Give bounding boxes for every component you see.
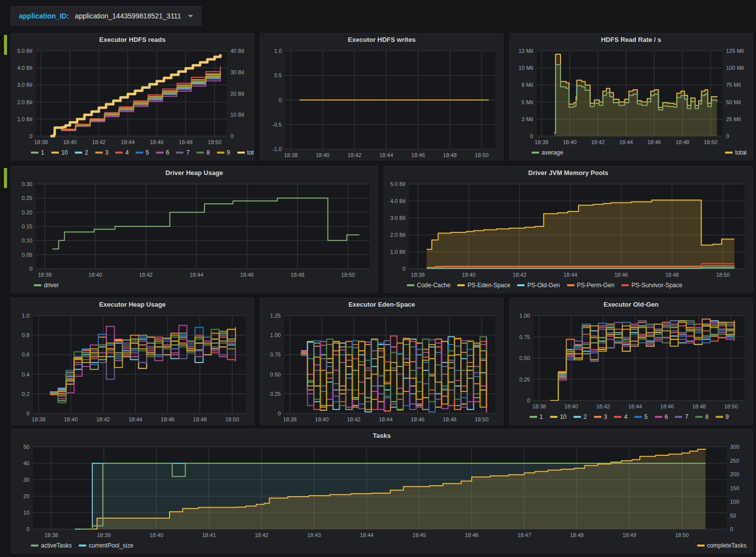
svg-text:0: 0: [278, 410, 281, 416]
legend-item-PS-Perm-Gen[interactable]: PS-Perm-Gen: [567, 282, 614, 289]
svg-text:18:47: 18:47: [518, 532, 532, 538]
legend-swatch: [716, 416, 723, 418]
legend-swatch: [594, 416, 601, 418]
svg-text:0: 0: [530, 133, 533, 139]
svg-text:3.0 Bil: 3.0 Bil: [17, 82, 32, 88]
legend-item-total[interactable]: total: [725, 149, 747, 156]
svg-text:18:40: 18:40: [563, 139, 577, 145]
svg-text:75 Mil: 75 Mil: [726, 82, 741, 88]
chart-driver-heap-usage[interactable]: 00.050.100.150.200.250.3018:3818:4018:42…: [11, 180, 378, 280]
svg-text:18:38: 18:38: [32, 416, 46, 422]
svg-text:18:42: 18:42: [139, 272, 153, 278]
panel-title[interactable]: Driver Heap Usage: [11, 167, 378, 180]
legend-item-9[interactable]: 9: [716, 413, 729, 420]
legend-item-10[interactable]: 10: [550, 413, 567, 420]
svg-text:1.00: 1.00: [270, 332, 281, 338]
legend-item-10[interactable]: 10: [51, 149, 68, 156]
legend-item-driver[interactable]: driver: [34, 282, 59, 289]
svg-text:18:48: 18:48: [443, 152, 457, 158]
svg-text:50: 50: [23, 444, 29, 450]
svg-text:18:48: 18:48: [665, 272, 679, 278]
chart-driver-jvm-memory-pools[interactable]: 01.0 Bil2.0 Bil3.0 Bil4.0 Bil5.0 Bil18:3…: [384, 180, 753, 280]
legend-item-6[interactable]: 6: [156, 149, 170, 156]
svg-text:18:38: 18:38: [283, 416, 297, 422]
svg-text:18:46: 18:46: [411, 152, 425, 158]
chart-executor-old-gen[interactable]: 00.250.500.751.0018:3818:4018:4218:4418:…: [510, 312, 753, 411]
svg-text:2.0 Bil: 2.0 Bil: [390, 232, 405, 238]
legend-item-3[interactable]: 3: [95, 149, 109, 156]
legend-item-PS-Eden-Space[interactable]: PS-Eden-Space: [457, 282, 510, 289]
legend-item-8[interactable]: 8: [695, 413, 709, 420]
svg-text:0: 0: [402, 266, 405, 272]
svg-text:18:44: 18:44: [379, 416, 393, 422]
panel-title[interactable]: Executor HDFS writes: [260, 33, 503, 47]
panel-title[interactable]: Executor HDFS reads: [11, 33, 254, 47]
chart-executor-eden-space[interactable]: 00.250.500.751.001.2518:3818:4018:4218:4…: [260, 312, 503, 424]
legend-item-completeTasks[interactable]: completeTasks: [697, 542, 747, 549]
panel-title[interactable]: Executor Eden-Space: [260, 298, 503, 312]
svg-text:0: 0: [29, 266, 32, 272]
legend-item-PS-Survivor-Space[interactable]: PS-Survivor-Space: [621, 282, 682, 289]
svg-text:18:38: 18:38: [535, 139, 549, 145]
legend-item-3[interactable]: 3: [594, 413, 607, 420]
svg-text:18:48: 18:48: [692, 403, 706, 409]
legend-item-average[interactable]: average: [532, 149, 563, 156]
legend-label: 10: [560, 413, 567, 420]
legend-item-currentPool_size[interactable]: currentPool_size: [79, 542, 133, 549]
legend-item-2[interactable]: 2: [75, 149, 88, 156]
svg-text:18:50: 18:50: [341, 272, 355, 278]
svg-text:18:42: 18:42: [513, 272, 527, 278]
legend-item-total[interactable]: total: [237, 149, 254, 156]
panel-title[interactable]: Tasks: [11, 429, 753, 443]
svg-text:18:46: 18:46: [240, 272, 254, 278]
panel-title[interactable]: HDFS Read Rate / s: [510, 33, 753, 47]
legend-item-1[interactable]: 1: [31, 149, 44, 156]
svg-text:20 Bil: 20 Bil: [230, 91, 244, 97]
svg-text:2.0 Bil: 2.0 Bil: [17, 99, 32, 105]
legend-label: 5: [644, 413, 648, 420]
legend-item-5[interactable]: 5: [136, 149, 149, 156]
legend-item-activeTasks[interactable]: activeTasks: [31, 542, 72, 549]
legend-item-Code-Cache[interactable]: Code-Cache: [407, 282, 450, 289]
svg-text:25 Mil: 25 Mil: [726, 116, 741, 122]
legend-item-7[interactable]: 7: [675, 413, 688, 420]
legend-item-4[interactable]: 4: [614, 413, 627, 420]
legend-item-8[interactable]: 8: [196, 149, 210, 156]
legend-item-1[interactable]: 1: [530, 413, 543, 420]
legend-item-5[interactable]: 5: [634, 413, 648, 420]
svg-text:18:45: 18:45: [412, 532, 426, 538]
chart-executor-hdfs-writes[interactable]: -1.0-0.500.51.018:3818:4018:4218:4418:46…: [260, 47, 503, 160]
panel-title[interactable]: Driver JVM Memory Pools: [384, 167, 753, 180]
legend-executor-old-gen: 11023456789: [510, 411, 753, 424]
panel-title[interactable]: Executor Old-Gen: [510, 298, 753, 312]
legend-swatch: [79, 545, 86, 547]
legend-label: activeTasks: [41, 542, 72, 549]
legend-item-PS-Old-Gen[interactable]: PS-Old-Gen: [517, 282, 560, 289]
chart-hdfs-read-rate[interactable]: 03 Mil5 Mil8 Mil10 Mil13 Mil025 Mil50 Mi…: [510, 47, 753, 147]
template-variable-selector[interactable]: application_ID: application_144359981852…: [10, 6, 201, 26]
chart-executor-heap-usage[interactable]: 00.20.40.60.81.018:3818:4018:4218:4418:4…: [11, 312, 254, 424]
svg-text:18:50: 18:50: [675, 532, 689, 538]
row-collapse-indicator-1[interactable]: [4, 35, 7, 55]
row-collapse-indicator-2[interactable]: [4, 168, 7, 188]
legend-item-9[interactable]: 9: [217, 149, 230, 156]
chart-tasks[interactable]: 0102030405005010015020025030018:3818:391…: [11, 443, 753, 540]
chevron-down-icon: [188, 15, 193, 17]
legend-item-6[interactable]: 6: [655, 413, 668, 420]
svg-text:4.0 Bil: 4.0 Bil: [390, 198, 405, 204]
svg-text:18:44: 18:44: [564, 272, 577, 278]
legend-swatch: [75, 152, 82, 154]
legend-item-7[interactable]: 7: [176, 149, 189, 156]
svg-text:0: 0: [230, 133, 233, 139]
svg-text:18:50: 18:50: [225, 416, 239, 422]
legend-item-4[interactable]: 4: [115, 149, 129, 156]
legend-driver-jvm-memory-pools: Code-CachePS-Eden-SpacePS-Old-GenPS-Perm…: [384, 280, 753, 293]
legend-item-2[interactable]: 2: [573, 413, 587, 420]
legend-label: total: [247, 149, 254, 156]
legend-tasks: activeTaskscurrentPool_sizecompleteTasks: [11, 540, 753, 553]
panel-title[interactable]: Executor Heap Usage: [11, 298, 254, 312]
legend-label: 9: [726, 413, 729, 420]
chart-executor-hdfs-reads[interactable]: 01.0 Bil2.0 Bil3.0 Bil4.0 Bil5.0 Bil010 …: [11, 47, 254, 147]
svg-text:0: 0: [279, 97, 282, 103]
legend-swatch: [614, 416, 621, 418]
